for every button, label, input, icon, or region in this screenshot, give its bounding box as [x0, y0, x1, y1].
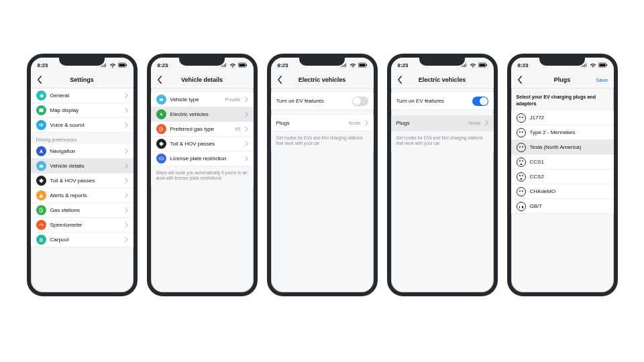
row-electric-vehicles[interactable]: Electric vehicles — [151, 107, 254, 122]
page-title: Electric vehicles — [419, 76, 466, 83]
alert-icon — [36, 190, 46, 200]
chevron-right-icon — [245, 156, 248, 162]
license-plate-hint: Waze will route you automatically if you… — [151, 166, 254, 186]
license-plate-icon — [156, 154, 166, 164]
row-toll-hov[interactable]: Toll & HOV passes — [31, 174, 133, 188]
chevron-right-icon — [125, 222, 128, 228]
svg-point-4 — [42, 239, 43, 240]
page-title: Vehicle details — [181, 76, 223, 83]
row-license-plate[interactable]: License plate restriction — [151, 152, 254, 166]
row-voice-sound[interactable]: Voice & sound — [31, 118, 133, 133]
plug-row-ccs2[interactable]: CCS2 — [511, 170, 614, 184]
save-button[interactable]: Save — [596, 76, 608, 82]
row-gas-stations[interactable]: Gas stations — [31, 203, 133, 218]
volume-icon — [36, 120, 46, 130]
gas-icon — [156, 124, 166, 134]
plug-row-gbt[interactable]: GB/T — [511, 199, 614, 214]
navigation-icon — [36, 146, 46, 156]
svg-rect-17 — [606, 64, 607, 66]
ev-toggle[interactable] — [352, 97, 368, 106]
plugs-content: Select your EV charging plugs and adapte… — [511, 88, 614, 214]
ev-toggle[interactable] — [472, 97, 488, 106]
back-button[interactable] — [515, 75, 525, 84]
chevron-right-icon — [125, 122, 128, 128]
svg-rect-1 — [119, 64, 125, 66]
row-speedometer[interactable]: Speedometer — [31, 218, 133, 233]
svg-rect-16 — [599, 64, 605, 66]
row-plugs[interactable]: Plugs None — [271, 115, 374, 131]
plugs-instruction: Select your EV charging plugs and adapte… — [511, 88, 614, 111]
gear-icon — [36, 90, 46, 101]
chevron-right-icon — [125, 163, 128, 169]
chevron-right-icon — [245, 126, 248, 132]
map-icon — [36, 105, 46, 115]
svg-rect-13 — [479, 64, 485, 66]
status-icons — [221, 62, 248, 68]
chevron-right-icon — [125, 93, 128, 99]
device-notch — [179, 58, 225, 66]
row-preferred-gas[interactable]: Preferred gas type 95 — [151, 122, 254, 137]
back-button[interactable] — [395, 75, 405, 84]
plug-row-tesla-na[interactable]: Tesla (North America) — [511, 140, 614, 155]
page-title: Electric vehicles — [299, 76, 346, 83]
back-button[interactable] — [275, 75, 284, 84]
status-time: 8:23 — [278, 62, 288, 68]
phone-vehicle-details: 8:23 Vehicle details Vehicle type Privat… — [147, 54, 258, 296]
row-vehicle-type[interactable]: Vehicle type Private — [151, 93, 254, 107]
chevron-right-icon — [125, 207, 128, 213]
nav-bar: Vehicle details — [151, 71, 254, 88]
chevron-right-icon — [125, 107, 128, 113]
row-toll-hov[interactable]: Toll & HOV passes — [151, 137, 254, 152]
chevron-right-icon — [125, 148, 128, 154]
row-general[interactable]: General — [31, 88, 133, 103]
nav-bar: Plugs Save — [511, 71, 614, 88]
plug-icon — [517, 187, 526, 196]
device-notch — [59, 58, 105, 66]
status-time: 8:23 — [158, 62, 168, 68]
back-button[interactable] — [155, 75, 164, 84]
ev-icon — [156, 109, 166, 119]
back-button[interactable] — [35, 75, 44, 84]
toll-icon — [156, 139, 166, 149]
status-icons — [461, 62, 488, 68]
car-icon — [36, 161, 46, 171]
page-title: Settings — [70, 76, 94, 83]
plug-icon — [517, 172, 526, 182]
svg-point-3 — [40, 238, 41, 239]
chevron-right-icon — [245, 111, 248, 117]
ev-hint: Get routes for EVs and find charging sta… — [391, 131, 494, 151]
page-title: Plugs — [554, 76, 571, 83]
status-time: 8:23 — [38, 62, 48, 68]
plug-row-type2[interactable]: Type 2 - Mennekes — [511, 125, 614, 140]
row-navigation[interactable]: Navigation — [31, 144, 133, 159]
plug-row-ccs1[interactable]: CCS1 — [511, 155, 614, 170]
row-ev-toggle: Turn on EV features — [391, 93, 494, 110]
plugs-value: None — [349, 120, 361, 126]
speedometer-icon — [36, 220, 46, 230]
row-plugs[interactable]: Plugs None — [391, 115, 494, 131]
chevron-right-icon — [125, 237, 128, 243]
status-icons — [101, 62, 128, 68]
nav-bar: Electric vehicles — [271, 71, 374, 88]
status-time: 8:23 — [518, 62, 529, 68]
car-icon — [156, 95, 166, 105]
section-driving-prefs: Driving preferences — [31, 133, 133, 144]
row-map-display[interactable]: Map display — [31, 103, 133, 118]
row-alerts-reports[interactable]: Alerts & reports — [31, 188, 133, 203]
gas-type-value: 95 — [235, 126, 240, 132]
settings-list: General Map display Voice & sound Drivin… — [31, 88, 133, 247]
svg-rect-8 — [159, 158, 163, 160]
phone-ev-off: 8:23 Electric vehicles Turn on EV featur… — [267, 54, 378, 296]
row-vehicle-details[interactable]: Vehicle details — [31, 159, 133, 174]
vehicle-type-value: Private — [225, 97, 240, 103]
status-icons — [581, 62, 608, 68]
carpool-icon — [36, 235, 46, 245]
plug-row-chademo[interactable]: CHAdeMO — [511, 184, 614, 199]
plug-icon — [517, 158, 526, 167]
ev-content: Turn on EV features Plugs None Get route… — [391, 88, 494, 151]
chevron-right-icon — [365, 120, 368, 126]
row-carpool[interactable]: Carpool — [31, 233, 133, 247]
status-icons — [341, 62, 368, 68]
row-ev-toggle: Turn on EV features — [271, 93, 374, 110]
plug-row-j1772[interactable]: J1772 — [511, 111, 614, 125]
